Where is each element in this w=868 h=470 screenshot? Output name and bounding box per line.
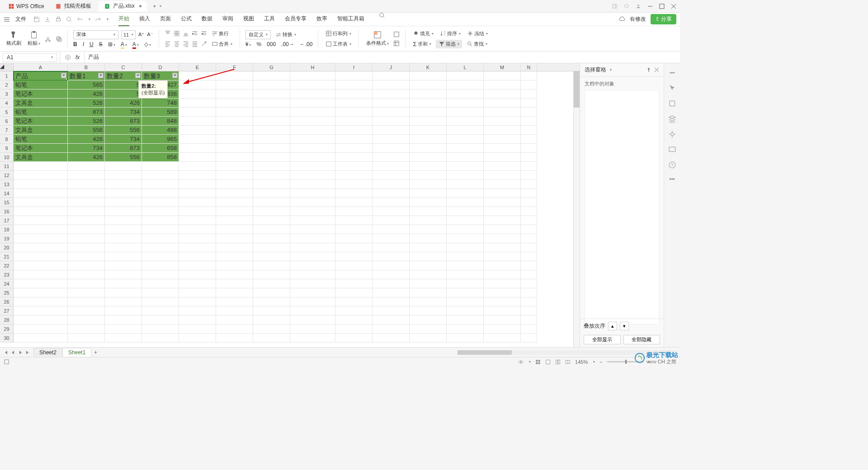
undo-icon[interactable]	[77, 16, 83, 23]
cell[interactable]	[105, 324, 142, 334]
style-icon[interactable]	[668, 99, 676, 108]
cell[interactable]	[410, 198, 447, 207]
file-menu[interactable]: 文件	[13, 15, 29, 23]
cell[interactable]	[290, 288, 335, 297]
cell[interactable]	[253, 180, 290, 189]
col-head[interactable]: D	[142, 63, 179, 71]
row-head[interactable]: 11	[0, 162, 14, 171]
cell[interactable]	[290, 89, 335, 99]
cell[interactable]	[373, 162, 410, 171]
col-head[interactable]: J	[373, 63, 410, 71]
cell[interactable]	[373, 288, 410, 297]
cell[interactable]	[484, 89, 521, 99]
row-head[interactable]: 22	[0, 261, 14, 270]
cell[interactable]	[447, 80, 484, 89]
cell[interactable]	[216, 207, 253, 216]
cell[interactable]	[142, 234, 179, 243]
cell[interactable]	[410, 261, 447, 270]
cell[interactable]	[335, 243, 373, 252]
cell[interactable]	[179, 99, 216, 108]
strike-button[interactable]: S	[99, 41, 103, 47]
cell[interactable]	[142, 189, 179, 198]
cell[interactable]	[447, 135, 484, 144]
wrap-button[interactable]: 换行	[210, 29, 231, 38]
cell[interactable]	[14, 297, 68, 306]
cell[interactable]	[335, 297, 373, 306]
row-head[interactable]: 30	[0, 334, 14, 343]
cell[interactable]	[68, 243, 105, 252]
cell[interactable]	[447, 243, 484, 252]
cell[interactable]	[142, 252, 179, 261]
cell[interactable]	[373, 297, 410, 306]
sheet-prev-icon[interactable]	[11, 350, 15, 355]
cell[interactable]	[447, 216, 484, 225]
cell[interactable]	[410, 99, 447, 108]
cell[interactable]: 734	[105, 108, 142, 117]
row-head[interactable]: 19	[0, 234, 14, 243]
col-head[interactable]: K	[410, 63, 447, 71]
cell[interactable]	[253, 243, 290, 252]
cell[interactable]	[179, 334, 216, 343]
cell[interactable]	[14, 216, 68, 225]
format-painter-button[interactable]: 格式刷	[5, 31, 23, 47]
cell[interactable]	[216, 225, 253, 234]
cell[interactable]	[253, 334, 290, 343]
cell[interactable]	[447, 207, 484, 216]
row-head[interactable]: 1	[0, 71, 14, 80]
hide-all-button[interactable]: 全部隐藏	[623, 335, 660, 344]
cell[interactable]	[216, 153, 253, 162]
cell[interactable]	[179, 216, 216, 225]
menu-tab-view[interactable]: 视图	[243, 12, 254, 26]
cell[interactable]	[521, 261, 537, 270]
fill-color-button[interactable]: A▾	[121, 41, 127, 47]
cell[interactable]	[105, 243, 142, 252]
indent-inc-icon[interactable]	[201, 30, 207, 37]
cell[interactable]	[14, 261, 68, 270]
menu-tab-insert[interactable]: 插入	[139, 12, 150, 26]
cell[interactable]	[484, 216, 521, 225]
cell[interactable]	[484, 198, 521, 207]
font-name-select[interactable]: 宋体▾	[73, 30, 118, 39]
cell[interactable]	[521, 234, 537, 243]
cell[interactable]	[521, 89, 537, 99]
titlebar-tab-template[interactable]: 找稿壳模板	[50, 1, 97, 12]
cell[interactable]	[521, 243, 537, 252]
cell[interactable]	[410, 315, 447, 324]
cell[interactable]	[179, 261, 216, 270]
cell[interactable]	[290, 252, 335, 261]
align-justify-icon[interactable]	[192, 41, 198, 47]
cell[interactable]: 文具盒	[14, 99, 68, 108]
cell[interactable]	[253, 324, 290, 334]
row-head[interactable]: 16	[0, 207, 14, 216]
cell[interactable]	[14, 243, 68, 252]
cell[interactable]	[484, 288, 521, 297]
cell[interactable]	[410, 162, 447, 171]
filter-dropdown-icon[interactable]	[135, 73, 141, 78]
cell[interactable]	[253, 270, 290, 279]
col-head[interactable]: N	[521, 63, 537, 71]
cell[interactable]	[447, 198, 484, 207]
cell[interactable]	[14, 315, 68, 324]
cell[interactable]	[216, 216, 253, 225]
filter-dropdown-icon[interactable]	[172, 73, 178, 78]
cell[interactable]	[447, 153, 484, 162]
cell[interactable]	[216, 108, 253, 117]
zoom-out-button[interactable]: −	[599, 359, 602, 365]
cell[interactable]	[484, 99, 521, 108]
cell[interactable]: 589	[142, 108, 179, 117]
cell[interactable]	[335, 71, 373, 80]
cell[interactable]	[216, 198, 253, 207]
cell[interactable]	[521, 306, 537, 315]
cell[interactable]	[484, 297, 521, 306]
italic-button[interactable]: I	[83, 41, 84, 47]
cell[interactable]	[373, 180, 410, 189]
cell[interactable]	[484, 243, 521, 252]
cell[interactable]	[373, 117, 410, 126]
cell[interactable]	[216, 162, 253, 171]
cell[interactable]	[253, 288, 290, 297]
align-center-icon[interactable]	[174, 41, 180, 47]
cell[interactable]	[335, 270, 373, 279]
cell[interactable]	[253, 108, 290, 117]
cell[interactable]	[179, 270, 216, 279]
convert-button[interactable]: 转换▾	[274, 30, 298, 39]
